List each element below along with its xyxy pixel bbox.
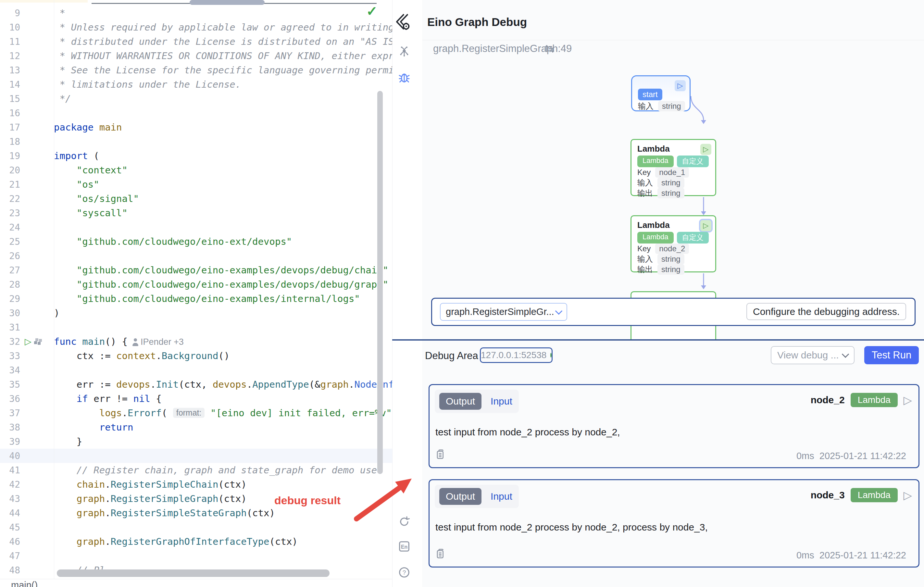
debug-result-card-node2: Output Input node_2 Lambda ▷ test input …: [429, 384, 919, 468]
language-en-icon[interactable]: En: [396, 539, 412, 553]
vertical-scrollbar[interactable]: [377, 91, 383, 474]
code-line[interactable]: 18: [0, 134, 392, 149]
debug-result-annotation: debug result: [274, 494, 346, 507]
code-line[interactable]: 46 graph.RegisterGraphOfInterfaceType(ct…: [0, 534, 392, 549]
code-line[interactable]: 38 return: [0, 420, 392, 434]
tab-output[interactable]: Output: [439, 488, 482, 505]
eino-logo-icon: [393, 12, 412, 31]
breadcrumb[interactable]: main(): [0, 579, 392, 587]
code-line[interactable]: 28 "github.com/cloudwego/eino-examples/d…: [0, 277, 392, 292]
svg-text:En: En: [401, 544, 408, 550]
code-line[interactable]: 45: [0, 520, 392, 534]
graph-node-icon[interactable]: [396, 45, 412, 58]
refresh-icon[interactable]: [396, 515, 412, 529]
debug-area-label: Debug Area: [425, 350, 478, 362]
code-line[interactable]: 25 "github.com/cloudwego/eino-ext/devops…: [0, 234, 392, 249]
test-run-button[interactable]: Test Run: [864, 346, 919, 364]
card-lambda-badge: Lambda: [851, 393, 898, 407]
view-debug-dropdown[interactable]: View debug ...: [771, 346, 855, 364]
output-type-chip: string: [657, 264, 685, 275]
code-line[interactable]: 23 "syscall": [0, 206, 392, 220]
code-line[interactable]: 22 "os/signal": [0, 191, 392, 206]
code-line[interactable]: 24: [0, 220, 392, 234]
key-label: Key: [637, 168, 651, 177]
code-line[interactable]: 29 "github.com/cloudwego/eino-examples/i…: [0, 292, 392, 306]
tab-input[interactable]: Input: [488, 396, 514, 407]
key-chip: node_2: [655, 244, 689, 254]
card-tabs: Output Input: [435, 485, 519, 508]
debug-address: 127.0.0.1:52538: [481, 350, 546, 360]
code-line[interactable]: 30): [0, 306, 392, 320]
graph-node-start[interactable]: ▷ start 输入 string: [631, 75, 691, 111]
input-type-chip: string: [657, 254, 685, 264]
run-main-icon[interactable]: ▷: [25, 337, 31, 346]
node-play-button[interactable]: ▷: [700, 144, 711, 155]
debug-result-card-node3: Output Input node_3 Lambda ▷ test input …: [429, 479, 919, 567]
profiler-icon[interactable]: [34, 341, 37, 344]
graph-canvas[interactable]: ▷ start 输入 string Lambda ▷ Lambda 自定义 Ke…: [422, 40, 924, 340]
tab-input[interactable]: Input: [488, 491, 514, 502]
code-line[interactable]: 32▷func main() {IPender +3: [0, 335, 392, 349]
graph-node-lambda-1[interactable]: Lambda ▷ Lambda 自定义 Keynode_1 输入string 输…: [630, 139, 716, 196]
code-line[interactable]: 31: [0, 320, 392, 335]
horizontal-scrollbar[interactable]: [57, 569, 330, 577]
code-line[interactable]: 39 }: [0, 434, 392, 449]
plugin-activity-strip: En ?: [392, 0, 422, 587]
code-line[interactable]: 44 graph.RegisterSimpleStateGraph(ctx): [0, 506, 392, 520]
graph-select-dropdown[interactable]: graph.RegisterSimpleGr...: [440, 303, 567, 321]
card-play-icon[interactable]: ▷: [904, 394, 912, 406]
copy-icon[interactable]: [435, 548, 445, 561]
code-line[interactable]: 15 */: [0, 92, 392, 106]
node-title: Lambda: [637, 220, 670, 230]
chevron-down-icon: [555, 307, 563, 315]
configure-address-button[interactable]: Configure the debugging address.: [746, 303, 906, 320]
start-node-badge: start: [638, 89, 662, 100]
code-line[interactable]: 41 // Register chain, graph and state_gr…: [0, 463, 392, 477]
code-line[interactable]: 19import (: [0, 149, 392, 163]
node-play-button[interactable]: ▷: [675, 80, 686, 91]
tab-output[interactable]: Output: [439, 393, 482, 410]
code-line[interactable]: 37 logs.Errorf( format: "[eino dev] init…: [0, 406, 392, 420]
code-line[interactable]: 35 err := devops.Init(ctx, devops.Append…: [0, 377, 392, 392]
code-line[interactable]: 14 * limitations under the License.: [0, 77, 392, 92]
card-node-name: node_2: [811, 394, 845, 406]
code-line[interactable]: 34: [0, 363, 392, 377]
breadcrumb-main[interactable]: main(): [11, 580, 38, 587]
node-play-button-selected[interactable]: ▷: [700, 220, 711, 231]
code-line[interactable]: 17package main: [0, 120, 392, 134]
code-line[interactable]: 36 if err != nil {: [0, 392, 392, 406]
code-line[interactable]: 33 ctx := context.Background(): [0, 349, 392, 363]
status-dot-icon: [550, 353, 552, 358]
code-editor[interactable]: ✓ 9 *10 * Unless required by applicable …: [0, 0, 392, 579]
custom-badge: 自定义: [677, 155, 709, 167]
card-timestamp: 2025-01-21 11:42:22: [820, 451, 906, 461]
code-line[interactable]: 40: [0, 449, 392, 463]
code-lines: 9 *10 * Unless required by applicable la…: [0, 6, 392, 577]
code-line[interactable]: 11 * distributed under the License is di…: [0, 35, 392, 49]
code-line[interactable]: 21 "os": [0, 177, 392, 191]
code-line[interactable]: 27 "github.com/cloudwego/eino-examples/d…: [0, 263, 392, 277]
app-window: { "editor": { "breadcrumb": "main()", "d…: [0, 0, 924, 587]
code-line[interactable]: 26: [0, 249, 392, 263]
debug-address-pill[interactable]: 127.0.0.1:52538: [480, 347, 553, 363]
code-line[interactable]: 16: [0, 106, 392, 120]
card-output-text: test input from node_2 process by node_2…: [436, 522, 708, 533]
graph-node-lambda-2[interactable]: Lambda ▷ Lambda 自定义 Keynode_2 输入string 输…: [630, 215, 716, 272]
svg-text:?: ?: [403, 569, 406, 576]
code-line[interactable]: 9 *: [0, 6, 392, 20]
minimap-thumb[interactable]: [190, 0, 265, 5]
help-icon[interactable]: ?: [396, 566, 412, 579]
chevron-down-icon: [842, 351, 849, 358]
code-line[interactable]: 12 * WITHOUT WARRANTIES OR CONDITIONS OF…: [0, 49, 392, 63]
debug-bug-icon[interactable]: [396, 71, 412, 84]
card-play-icon[interactable]: ▷: [904, 489, 912, 501]
code-line[interactable]: 20 "context": [0, 163, 392, 177]
card-duration: 0ms: [796, 550, 814, 561]
code-line[interactable]: 10 * Unless required by applicable law o…: [0, 20, 392, 35]
copy-icon[interactable]: [435, 449, 445, 462]
code-line[interactable]: 42 chain.RegisterSimpleChain(ctx): [0, 477, 392, 491]
code-line[interactable]: 47: [0, 549, 392, 563]
code-line[interactable]: 13 * See the License for the specific la…: [0, 63, 392, 77]
input-type-chip: string: [657, 178, 685, 188]
output-label: 输出: [637, 264, 653, 275]
